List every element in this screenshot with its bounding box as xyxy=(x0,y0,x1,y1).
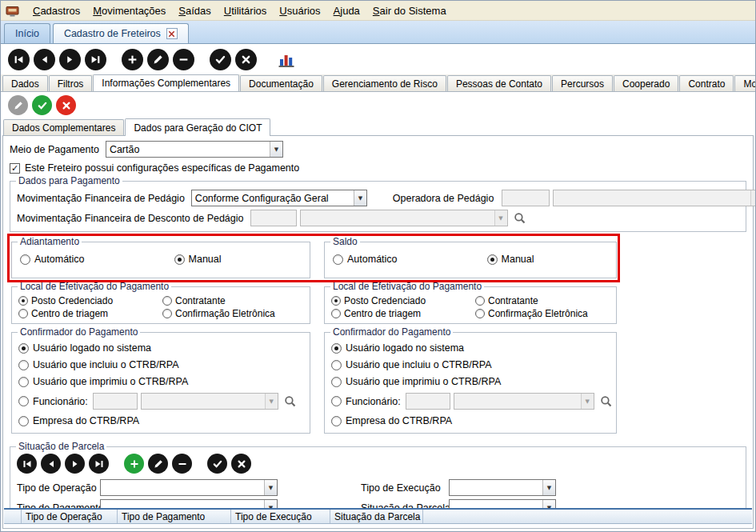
nav-next-button[interactable] xyxy=(59,49,81,70)
tab-gerenciamento-de-risco[interactable]: Gerenciamento de Risco xyxy=(323,75,446,91)
tab-percursos[interactable]: Percursos xyxy=(552,75,613,91)
menu-saidas[interactable]: Saídas xyxy=(172,2,217,19)
tab-dados-geracao-ciot[interactable]: Dados para Geração do CIOT xyxy=(125,118,270,136)
menu-usuarios[interactable]: Usuários xyxy=(273,2,326,19)
menu-utilitarios[interactable]: Utilitários xyxy=(218,2,273,19)
tab-dados[interactable]: Dados xyxy=(2,75,48,91)
radio-posto-credenciado[interactable]: Posto Credenciado xyxy=(18,295,162,306)
radio-funcionario[interactable]: Funcionário: xyxy=(18,396,88,407)
record-confirm-group xyxy=(210,49,261,70)
radio-funcionario[interactable]: Funcionário: xyxy=(331,396,401,407)
radio-usuario-imprimiu[interactable]: Usuário que imprimiu o CTRB/RPA xyxy=(331,376,501,387)
radio-adiantamento-manual[interactable]: Manual xyxy=(174,254,222,265)
record-nav-group xyxy=(8,49,110,70)
delete-button[interactable] xyxy=(173,49,194,70)
funcionario-code-field[interactable] xyxy=(93,393,138,410)
chevron-down-icon[interactable] xyxy=(264,480,277,495)
radio-empresa-ctrb[interactable]: Empresa do CTRB/RPA xyxy=(331,415,452,426)
mov-desconto-row: Movimentação Financeira de Desconto de P… xyxy=(17,210,739,226)
radio-saldo-automatico[interactable]: Automático xyxy=(333,254,398,265)
tab-movimentacoes[interactable]: Movime xyxy=(734,75,755,91)
mov-desconto-code-field[interactable] xyxy=(250,210,297,226)
edit-button[interactable] xyxy=(147,49,169,70)
radio-posto-credenciado[interactable]: Posto Credenciado xyxy=(331,295,475,306)
selected-value xyxy=(450,480,542,495)
radio-saldo-manual[interactable]: Manual xyxy=(487,254,534,265)
chevron-down-icon[interactable] xyxy=(270,142,282,157)
nav-prev-button[interactable] xyxy=(34,49,55,70)
local-efetivacao-group-right: Local de Efetivação do Pagamento Posto C… xyxy=(324,286,617,324)
tab-pessoas-de-contato[interactable]: Pessoas de Contato xyxy=(447,75,551,91)
column-header[interactable]: Tipo de Execução xyxy=(231,510,330,523)
column-header[interactable]: Tipo de Pagamento xyxy=(118,510,231,523)
radio-icon xyxy=(18,360,29,370)
radio-empresa-ctrb[interactable]: Empresa do CTRB/RPA xyxy=(18,415,139,426)
column-header[interactable]: Situação da Parcela xyxy=(330,510,423,523)
edit-button[interactable] xyxy=(148,454,168,474)
radio-icon xyxy=(18,416,29,426)
cancel-button[interactable] xyxy=(235,49,257,70)
nav-first-button[interactable] xyxy=(8,49,30,70)
cancel-button[interactable] xyxy=(56,95,76,115)
delete-button[interactable] xyxy=(172,454,192,474)
nav-prev-button[interactable] xyxy=(41,454,61,474)
edit-button[interactable] xyxy=(8,95,28,115)
meio-pagamento-select[interactable]: Cartão xyxy=(106,141,283,158)
column-header[interactable]: Tipo de Operação xyxy=(22,510,118,523)
radio-usuario-incluiu[interactable]: Usuário que incluiu o CTRB/RPA xyxy=(18,359,178,370)
chevron-down-icon[interactable] xyxy=(354,190,366,206)
tab-cadastro-de-freteiros[interactable]: Cadastro de Freteiros xyxy=(53,23,189,43)
tab-informacoes-complementares[interactable]: Informações Complementares xyxy=(93,74,239,92)
tab-cooperado[interactable]: Cooperado xyxy=(614,75,678,91)
radio-usuario-logado[interactable]: Usuário logado no sistema xyxy=(331,342,464,354)
confirm-button[interactable] xyxy=(207,454,227,474)
search-icon[interactable] xyxy=(512,210,528,226)
menu-movimentacoes[interactable]: Movimentações xyxy=(86,2,172,19)
nav-first-button[interactable] xyxy=(17,454,37,474)
tab-contrato[interactable]: Contrato xyxy=(679,75,734,91)
mov-pedagio-select[interactable]: Conforme Configuração Geral xyxy=(191,190,367,206)
add-button[interactable] xyxy=(122,49,143,70)
radio-adiantamento-automatico[interactable]: Automático xyxy=(20,254,85,265)
specific-config-checkbox[interactable] xyxy=(10,163,20,174)
radio-icon xyxy=(162,296,172,306)
confirm-button[interactable] xyxy=(32,95,52,115)
radio-confirmacao-eletronica[interactable]: Confirmação Eletrônica xyxy=(475,308,610,319)
menu-ajuda[interactable]: Ajuda xyxy=(327,2,366,19)
chevron-down-icon xyxy=(494,210,507,226)
tipo-execucao-select[interactable] xyxy=(449,479,556,496)
tab-close-icon[interactable] xyxy=(166,28,178,39)
radio-icon xyxy=(331,296,341,306)
confirm-button[interactable] xyxy=(210,49,231,70)
funcionario-code-field[interactable] xyxy=(406,393,450,410)
radio-label: Funcionário: xyxy=(33,396,88,407)
nav-last-button[interactable] xyxy=(89,454,109,474)
radio-confirmacao-eletronica[interactable]: Confirmação Eletrônica xyxy=(162,308,303,319)
operadora-select xyxy=(553,190,756,206)
add-button[interactable] xyxy=(124,454,144,474)
chart-icon-button[interactable] xyxy=(277,50,296,69)
nav-next-button[interactable] xyxy=(65,454,85,474)
radio-usuario-logado[interactable]: Usuário logado no sistema xyxy=(18,342,151,354)
menu-cadastros[interactable]: Cadastros xyxy=(26,2,86,19)
radio-contratante[interactable]: Contratante xyxy=(475,295,610,306)
radio-centro-de-triagem[interactable]: Centro de triagem xyxy=(331,308,475,319)
menu-sair-do-sistema[interactable]: Sair do Sistema xyxy=(366,2,453,19)
tipo-operacao-select[interactable] xyxy=(100,479,278,496)
tab-filtros[interactable]: Filtros xyxy=(49,75,93,91)
radio-usuario-imprimiu[interactable]: Usuário que imprimiu o CTRB/RPA xyxy=(18,376,188,387)
chevron-down-icon[interactable] xyxy=(542,480,555,495)
app-icon xyxy=(6,4,22,18)
tab-documentacao[interactable]: Documentação xyxy=(240,75,322,91)
radio-usuario-incluiu[interactable]: Usuário que incluiu o CTRB/RPA xyxy=(331,359,491,370)
cancel-button[interactable] xyxy=(231,454,251,474)
operadora-code-field[interactable] xyxy=(502,190,550,206)
search-icon[interactable] xyxy=(282,394,298,410)
search-icon[interactable] xyxy=(598,394,614,410)
tab-dados-complementares[interactable]: Dados Complementares xyxy=(3,119,124,135)
radio-contratante[interactable]: Contratante xyxy=(162,295,303,306)
chevron-down-icon xyxy=(265,394,278,409)
tab-inicio[interactable]: Início xyxy=(4,23,50,43)
radio-centro-de-triagem[interactable]: Centro de triagem xyxy=(18,308,162,319)
nav-last-button[interactable] xyxy=(85,49,106,70)
